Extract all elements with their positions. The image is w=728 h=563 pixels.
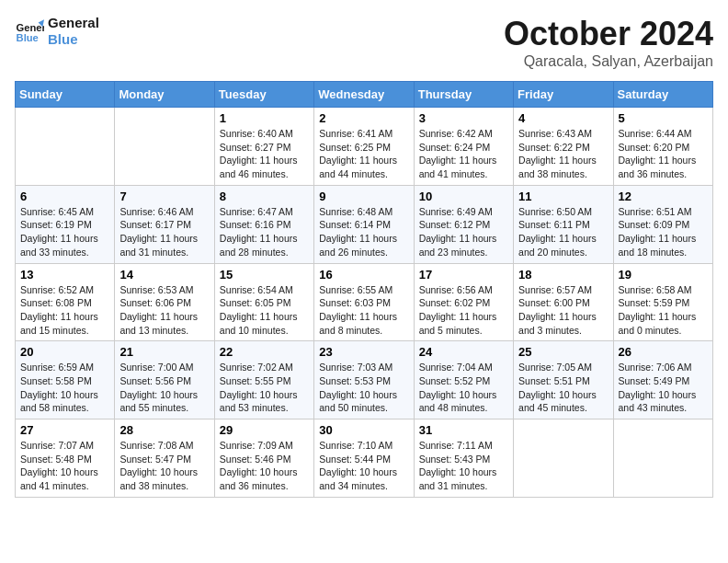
day-info: Sunrise: 6:40 AMSunset: 6:27 PMDaylight:…	[220, 127, 309, 181]
calendar-cell: 15 Sunrise: 6:54 AMSunset: 6:05 PMDaylig…	[214, 263, 313, 341]
day-number: 31	[419, 423, 508, 437]
weekday-header-monday: Monday	[115, 82, 214, 108]
day-number: 27	[20, 423, 109, 437]
day-info: Sunrise: 7:09 AMSunset: 5:46 PMDaylight:…	[220, 439, 309, 493]
calendar-cell: 4 Sunrise: 6:43 AMSunset: 6:22 PMDayligh…	[514, 108, 613, 186]
calendar-cell	[115, 108, 214, 186]
calendar-cell: 10 Sunrise: 6:49 AMSunset: 6:12 PMDaylig…	[414, 185, 513, 263]
day-info: Sunrise: 6:49 AMSunset: 6:12 PMDaylight:…	[419, 205, 508, 259]
day-number: 25	[518, 345, 608, 359]
day-number: 3	[419, 111, 508, 125]
day-info: Sunrise: 7:10 AMSunset: 5:44 PMDaylight:…	[319, 439, 408, 493]
calendar-cell: 2 Sunrise: 6:41 AMSunset: 6:25 PMDayligh…	[314, 108, 414, 186]
calendar-cell: 9 Sunrise: 6:48 AMSunset: 6:14 PMDayligh…	[314, 185, 414, 263]
day-info: Sunrise: 6:56 AMSunset: 6:02 PMDaylight:…	[419, 283, 508, 338]
day-info: Sunrise: 6:52 AMSunset: 6:08 PMDaylight:…	[20, 283, 109, 338]
day-number: 28	[119, 423, 209, 437]
calendar-cell: 3 Sunrise: 6:42 AMSunset: 6:24 PMDayligh…	[414, 108, 513, 186]
calendar-cell: 27 Sunrise: 7:07 AMSunset: 5:48 PMDaylig…	[16, 419, 115, 498]
day-number: 9	[319, 190, 408, 203]
calendar-cell: 26 Sunrise: 7:06 AMSunset: 5:49 PMDaylig…	[613, 341, 712, 419]
calendar-week-row: 20 Sunrise: 6:59 AMSunset: 5:58 PMDaylig…	[16, 341, 713, 419]
weekday-header-tuesday: Tuesday	[214, 82, 313, 108]
day-info: Sunrise: 6:54 AMSunset: 6:05 PMDaylight:…	[220, 283, 309, 338]
day-number: 12	[619, 190, 708, 203]
calendar-cell: 21 Sunrise: 7:00 AMSunset: 5:56 PMDaylig…	[115, 341, 214, 419]
day-info: Sunrise: 6:57 AMSunset: 6:00 PMDaylight:…	[518, 283, 608, 338]
day-number: 1	[220, 111, 309, 125]
svg-text:Blue: Blue	[17, 32, 39, 43]
day-number: 6	[20, 190, 109, 203]
day-info: Sunrise: 7:00 AMSunset: 5:56 PMDaylight:…	[119, 361, 209, 415]
day-info: Sunrise: 6:44 AMSunset: 6:20 PMDaylight:…	[619, 127, 708, 181]
day-info: Sunrise: 7:07 AMSunset: 5:48 PMDaylight:…	[20, 439, 109, 493]
day-number: 11	[518, 190, 608, 203]
calendar-cell: 5 Sunrise: 6:44 AMSunset: 6:20 PMDayligh…	[613, 108, 712, 186]
day-number: 10	[419, 190, 508, 203]
day-number: 21	[119, 345, 209, 359]
day-info: Sunrise: 7:03 AMSunset: 5:53 PMDaylight:…	[319, 361, 408, 415]
location-subtitle: Qaracala, Salyan, Azerbaijan	[504, 53, 713, 70]
calendar-cell: 23 Sunrise: 7:03 AMSunset: 5:53 PMDaylig…	[314, 341, 414, 419]
day-info: Sunrise: 7:06 AMSunset: 5:49 PMDaylight:…	[619, 361, 708, 415]
calendar-cell: 25 Sunrise: 7:05 AMSunset: 5:51 PMDaylig…	[514, 341, 613, 419]
calendar-cell: 8 Sunrise: 6:47 AMSunset: 6:16 PMDayligh…	[214, 185, 313, 263]
day-number: 29	[220, 423, 309, 437]
calendar-cell	[613, 419, 712, 498]
day-number: 23	[319, 345, 408, 359]
logo-blue: Blue	[48, 31, 99, 48]
calendar-week-row: 27 Sunrise: 7:07 AMSunset: 5:48 PMDaylig…	[16, 419, 713, 498]
day-info: Sunrise: 6:55 AMSunset: 6:03 PMDaylight:…	[319, 283, 408, 338]
calendar-cell: 30 Sunrise: 7:10 AMSunset: 5:44 PMDaylig…	[314, 419, 414, 498]
calendar-cell: 18 Sunrise: 6:57 AMSunset: 6:00 PMDaylig…	[514, 263, 613, 341]
calendar-cell: 22 Sunrise: 7:02 AMSunset: 5:55 PMDaylig…	[214, 341, 313, 419]
month-title: October 2024	[504, 15, 713, 53]
calendar-cell: 11 Sunrise: 6:50 AMSunset: 6:11 PMDaylig…	[514, 185, 613, 263]
day-number: 18	[518, 268, 608, 282]
calendar-cell: 14 Sunrise: 6:53 AMSunset: 6:06 PMDaylig…	[115, 263, 214, 341]
day-info: Sunrise: 6:46 AMSunset: 6:17 PMDaylight:…	[119, 205, 209, 259]
logo-general: General	[48, 15, 99, 31]
day-info: Sunrise: 6:43 AMSunset: 6:22 PMDaylight:…	[518, 127, 608, 181]
day-number: 5	[619, 111, 708, 125]
weekday-header-sunday: Sunday	[16, 82, 115, 108]
day-number: 15	[220, 268, 309, 282]
calendar-cell	[514, 419, 613, 498]
day-info: Sunrise: 6:53 AMSunset: 6:06 PMDaylight:…	[119, 283, 209, 338]
weekday-header-thursday: Thursday	[414, 82, 513, 108]
calendar-cell: 16 Sunrise: 6:55 AMSunset: 6:03 PMDaylig…	[314, 263, 414, 341]
day-info: Sunrise: 7:08 AMSunset: 5:47 PMDaylight:…	[119, 439, 209, 493]
day-number: 7	[119, 190, 209, 203]
day-info: Sunrise: 6:47 AMSunset: 6:16 PMDaylight:…	[220, 205, 309, 259]
day-info: Sunrise: 6:58 AMSunset: 5:59 PMDaylight:…	[619, 283, 708, 338]
day-number: 2	[319, 111, 408, 125]
calendar-cell: 12 Sunrise: 6:51 AMSunset: 6:09 PMDaylig…	[613, 185, 712, 263]
calendar-table: SundayMondayTuesdayWednesdayThursdayFrid…	[15, 81, 713, 498]
weekday-header-friday: Friday	[514, 82, 613, 108]
calendar-cell: 17 Sunrise: 6:56 AMSunset: 6:02 PMDaylig…	[414, 263, 513, 341]
page-header: General Blue General Blue October 2024 Q…	[15, 15, 713, 70]
calendar-cell	[16, 108, 115, 186]
day-info: Sunrise: 6:50 AMSunset: 6:11 PMDaylight:…	[518, 205, 608, 259]
calendar-cell: 31 Sunrise: 7:11 AMSunset: 5:43 PMDaylig…	[414, 419, 513, 498]
weekday-header-saturday: Saturday	[613, 82, 712, 108]
day-number: 4	[518, 111, 608, 125]
day-number: 24	[419, 345, 508, 359]
logo-icon: General Blue	[15, 17, 44, 46]
title-area: October 2024 Qaracala, Salyan, Azerbaija…	[504, 15, 713, 70]
calendar-header-row: SundayMondayTuesdayWednesdayThursdayFrid…	[16, 82, 713, 108]
calendar-cell: 6 Sunrise: 6:45 AMSunset: 6:19 PMDayligh…	[16, 185, 115, 263]
day-number: 8	[220, 190, 309, 203]
calendar-week-row: 6 Sunrise: 6:45 AMSunset: 6:19 PMDayligh…	[16, 185, 713, 263]
calendar-cell: 7 Sunrise: 6:46 AMSunset: 6:17 PMDayligh…	[115, 185, 214, 263]
calendar-cell: 1 Sunrise: 6:40 AMSunset: 6:27 PMDayligh…	[214, 108, 313, 186]
day-number: 16	[319, 268, 408, 282]
calendar-cell: 29 Sunrise: 7:09 AMSunset: 5:46 PMDaylig…	[214, 419, 313, 498]
day-number: 22	[220, 345, 309, 359]
logo: General Blue General Blue	[15, 15, 99, 48]
day-info: Sunrise: 7:05 AMSunset: 5:51 PMDaylight:…	[518, 361, 608, 415]
day-number: 26	[619, 345, 708, 359]
day-info: Sunrise: 6:48 AMSunset: 6:14 PMDaylight:…	[319, 205, 408, 259]
day-info: Sunrise: 7:11 AMSunset: 5:43 PMDaylight:…	[419, 439, 508, 493]
day-number: 14	[119, 268, 209, 282]
